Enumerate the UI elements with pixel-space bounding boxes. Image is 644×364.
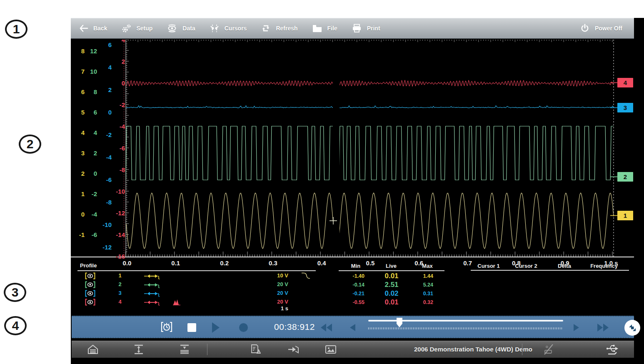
visibility-eye-icon-ch1[interactable] — [85, 272, 96, 281]
loop-button[interactable] — [624, 320, 640, 336]
playback-time: 00:38:912 — [267, 322, 322, 332]
profile-header: Profile — [80, 262, 97, 269]
max-header: Max — [411, 263, 444, 269]
profile-underline — [77, 270, 316, 271]
manual-figure-page: 1 2 3 4 Back Setup Data Cursors — [0, 0, 644, 364]
frequency-header: Frequency — [583, 263, 625, 269]
callout-2: 2 — [19, 135, 41, 154]
peak-detect-icon[interactable] — [173, 299, 181, 307]
channel-scale-value[interactable]: 20 V — [262, 281, 288, 287]
probe-coupling-icon-ch2[interactable] — [144, 282, 160, 290]
visibility-eye-icon-ch2[interactable] — [85, 281, 96, 290]
play-button[interactable] — [212, 322, 220, 333]
probe-coupling-icon-ch1[interactable] — [144, 273, 160, 281]
bottom-toolbar: 2006 Demonstration Tahoe (4WD) Demo — [72, 341, 634, 358]
setup-label: Setup — [136, 25, 152, 32]
fast-forward-button[interactable] — [597, 324, 609, 332]
channel-scale-value[interactable]: 10 V — [262, 272, 288, 279]
max-value-ch2: 5.24 — [409, 282, 433, 288]
playback-slider-handle[interactable] — [397, 318, 402, 327]
callout-4: 4 — [4, 316, 27, 335]
live-header: Live — [374, 263, 408, 269]
back-button[interactable]: Back — [79, 24, 107, 32]
channel-number: 1 — [116, 272, 124, 279]
live-value-ch4: 0.01 — [376, 298, 407, 307]
scope-screen-background — [71, 18, 644, 364]
channel-number: 2 — [116, 281, 124, 287]
delta-header: Delta — [544, 263, 585, 269]
step-forward-button[interactable] — [574, 324, 579, 331]
min-header: Min — [339, 263, 372, 269]
stop-button[interactable] — [187, 323, 196, 332]
gears-icon — [121, 24, 131, 33]
power-icon — [580, 23, 590, 33]
loop-icon — [628, 323, 637, 332]
usb-connection-icon[interactable] — [606, 343, 620, 356]
folder-icon — [312, 24, 322, 33]
live-value-ch2: 2.51 — [376, 281, 407, 289]
data-label: Data — [182, 25, 195, 32]
vehicle-data-icon[interactable] — [250, 344, 261, 355]
refresh-button[interactable]: Refresh — [261, 24, 297, 33]
exit-arrow-icon[interactable] — [287, 344, 299, 354]
file-label: File — [327, 25, 337, 32]
callout-3: 3 — [4, 283, 26, 302]
top-toolbar: Back Setup Data Cursors Ref — [71, 18, 634, 39]
callout-1: 1 — [5, 20, 27, 39]
live-value-ch1: 0.01 — [376, 272, 407, 280]
trigger-slope-icon[interactable] — [301, 272, 311, 282]
refresh-icon — [261, 24, 271, 33]
probe-coupling-icon-ch3[interactable] — [144, 290, 160, 299]
playback-slider-ticks — [368, 327, 563, 329]
setup-button[interactable]: Setup — [121, 24, 152, 33]
cursors-label: Cursors — [225, 25, 247, 32]
record-button[interactable] — [239, 323, 248, 332]
data-button[interactable]: Data — [167, 24, 195, 33]
time-base-value[interactable]: 1 s — [262, 305, 288, 312]
max-value-ch4: 0.32 — [409, 299, 433, 305]
step-back-button[interactable] — [350, 324, 355, 331]
file-button[interactable]: File — [312, 24, 337, 33]
toolbar-divider — [207, 344, 207, 355]
min-value-ch3: -0.21 — [335, 291, 364, 297]
min-value-ch2: -0.14 — [335, 282, 364, 288]
max-value-ch3: 0.31 — [409, 291, 433, 297]
min-value-ch1: -1.40 — [335, 273, 364, 279]
channel-scale-value[interactable]: 20 V — [262, 299, 288, 305]
toolbar-divider-2 — [522, 344, 522, 355]
max-value-ch1: 1.44 — [409, 273, 433, 279]
playback-bar: 00:38:912 — [72, 316, 634, 338]
vehicle-title: 2006 Demonstration Tahoe (4WD) Demo — [414, 346, 532, 353]
min-value-ch4: -0.55 — [335, 299, 364, 305]
rewind-button[interactable] — [321, 324, 332, 332]
channel-number: 4 — [116, 299, 124, 305]
back-arrow-icon — [79, 24, 88, 32]
probe-coupling-icon-ch4[interactable] — [144, 299, 160, 307]
expand-icon[interactable] — [133, 344, 144, 354]
collapse-icon[interactable] — [179, 344, 190, 354]
refresh-label: Refresh — [276, 25, 297, 32]
channel-scale-value[interactable]: 20 V — [262, 290, 288, 296]
measurements-underline — [339, 270, 444, 271]
back-label: Back — [93, 25, 107, 32]
capture-timer-icon[interactable] — [160, 321, 173, 333]
home-icon[interactable] — [87, 344, 98, 354]
power-off-label: Power Off — [595, 25, 622, 32]
cursors-button[interactable]: Cursors — [210, 24, 247, 33]
cursors-icon — [210, 24, 220, 33]
printer-icon — [352, 24, 362, 33]
live-value-ch3: 0.02 — [376, 289, 407, 298]
print-button[interactable]: Print — [352, 24, 380, 33]
cursor1-header: Cursor 1 — [468, 263, 509, 269]
cursor-underline — [471, 270, 629, 271]
power-off-button[interactable]: Power Off — [580, 23, 622, 33]
channel-number: 3 — [116, 290, 124, 296]
scope-disconnected-icon[interactable] — [542, 344, 555, 355]
gallery-icon[interactable] — [325, 344, 337, 354]
eye-icon — [167, 24, 177, 33]
visibility-eye-icon-ch4[interactable] — [85, 299, 96, 307]
visibility-eye-icon-ch3[interactable] — [85, 290, 96, 299]
cursor2-header: Cursor 2 — [505, 263, 547, 269]
print-label: Print — [367, 25, 380, 32]
